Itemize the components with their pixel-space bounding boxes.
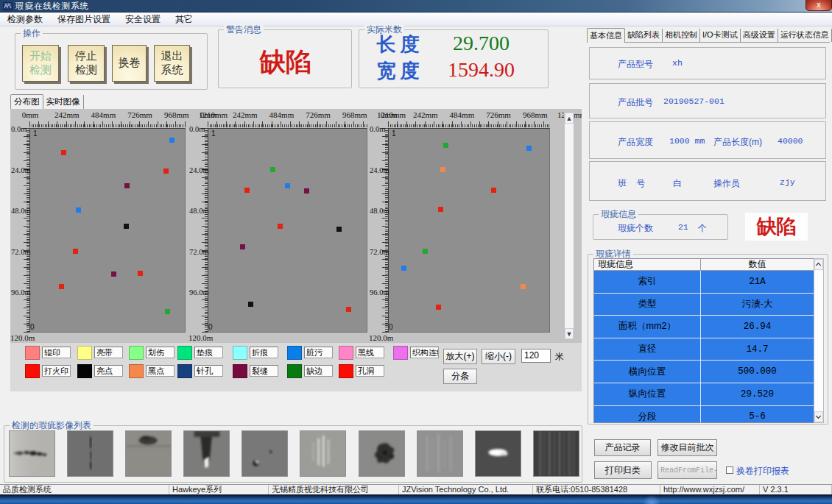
defect-marker[interactable] xyxy=(73,249,78,254)
legend-swatch-折痕 xyxy=(233,346,247,360)
defect-marker[interactable] xyxy=(163,168,169,174)
defect-marker[interactable] xyxy=(401,266,406,271)
defect-marker[interactable] xyxy=(491,188,496,193)
detail-row-2[interactable]: 面积（mm2）26.94 xyxy=(594,316,814,338)
defect-marker[interactable] xyxy=(169,138,174,143)
x-axis-label: 726mm xyxy=(306,110,331,121)
menu-item-0[interactable]: 检测参数 xyxy=(0,13,50,26)
op-button-3[interactable]: 退出 系统 xyxy=(154,45,190,82)
window-title: 瑕疵在线检测系统 xyxy=(15,1,89,12)
plot-tab-1[interactable]: 实时图像 xyxy=(43,95,84,109)
right-tab-0[interactable]: 基本信息 xyxy=(587,28,625,43)
right-tab-5[interactable]: 运行状态信息 xyxy=(778,29,832,42)
menu-item-2[interactable]: 安全设置 xyxy=(118,13,168,26)
defect-thumbnail-0[interactable] xyxy=(9,430,55,477)
defect-marker[interactable] xyxy=(124,183,130,188)
defect-marker[interactable] xyxy=(165,309,170,314)
defect-thumbnail-6[interactable] xyxy=(359,430,405,477)
defect-thumbnail-2[interactable] xyxy=(125,430,172,477)
defect-thumbnail-5[interactable] xyxy=(300,430,346,477)
y-axis-label: 72.0m xyxy=(11,248,31,256)
print-classify-button[interactable]: 打印归类 xyxy=(594,461,652,479)
detail-table-header: 瑕疵信息 数值 xyxy=(594,259,814,271)
legend-swatch-黑点 xyxy=(129,364,144,378)
x-ruler-major-ticks xyxy=(388,121,550,127)
plot-scrollbar[interactable]: ▲ ▼ xyxy=(564,112,574,340)
right-tab-1[interactable]: 缺陷列表 xyxy=(625,29,663,42)
legend-label: 辊印 xyxy=(42,347,71,358)
detail-row-1[interactable]: 类型污渍-大 xyxy=(594,294,814,316)
legend-swatch-亮带 xyxy=(77,346,92,360)
menu-item-1[interactable]: 保存图片设置 xyxy=(50,13,118,26)
zoom-out-button[interactable]: 缩小(-) xyxy=(482,349,515,364)
meter-count-input[interactable]: 120 xyxy=(521,349,551,363)
legend-swatch-垫痕 xyxy=(177,346,192,360)
defect-thumbnail-4[interactable] xyxy=(242,430,288,477)
right-tab-4[interactable]: 高级设置 xyxy=(741,29,778,42)
taskbar-icon-glow xyxy=(642,495,661,504)
close-button[interactable]: x xyxy=(805,0,832,11)
defect-marker[interactable] xyxy=(526,146,532,151)
detail-row-5[interactable]: 纵向位置29.520 xyxy=(594,383,814,406)
product-record-button[interactable]: 产品记录 xyxy=(594,439,651,456)
detail-row-0[interactable]: 索引21A xyxy=(594,271,814,294)
split-button[interactable]: 分条 xyxy=(443,369,477,384)
op-button-0[interactable]: 开始 检测 xyxy=(22,45,59,82)
defect-marker[interactable] xyxy=(76,207,81,213)
scroll-up-icon[interactable] xyxy=(814,259,823,270)
defect-marker[interactable] xyxy=(61,150,66,155)
defect-marker[interactable] xyxy=(244,188,250,193)
y-axis-label: 48.0m xyxy=(11,207,31,215)
plot-scroll-down-icon[interactable]: ▼ xyxy=(565,328,574,339)
plot-tab-0[interactable]: 分布图 xyxy=(10,94,43,109)
defect-marker[interactable] xyxy=(240,244,245,249)
warning-group: 警告消息 缺陷 xyxy=(218,29,352,88)
defect-marker[interactable] xyxy=(304,188,309,194)
defect-marker[interactable] xyxy=(440,167,445,172)
defect-marker[interactable] xyxy=(248,302,253,307)
modify-batch-button[interactable]: 修改目前批次 xyxy=(658,439,717,456)
defect-marker[interactable] xyxy=(423,249,428,254)
defect-marker[interactable] xyxy=(436,305,441,310)
defect-marker[interactable] xyxy=(59,284,64,289)
right-tab-3[interactable]: I/O卡测试 xyxy=(700,29,741,42)
defect-thumbnail-3[interactable] xyxy=(183,430,230,477)
scatter-plot-2[interactable] xyxy=(208,128,367,333)
detail-row-3[interactable]: 直径14.7 xyxy=(594,338,814,361)
defect-thumbnail-1[interactable] xyxy=(67,430,113,477)
op-button-1[interactable]: 停止 检测 xyxy=(68,45,105,82)
x-axis-label: 968mm xyxy=(523,110,548,121)
plot-scroll-up-icon[interactable]: ▲ xyxy=(565,113,574,124)
scroll-down-icon[interactable] xyxy=(814,411,823,422)
menu-item-3[interactable]: 其它 xyxy=(168,13,200,26)
defect-marker[interactable] xyxy=(336,227,342,232)
defect-marker[interactable] xyxy=(278,224,283,229)
scatter-plot-1[interactable] xyxy=(29,128,186,333)
y-axis-label: 0.0m xyxy=(370,125,385,133)
defect-marker[interactable] xyxy=(285,183,290,188)
defect-marker[interactable] xyxy=(346,307,351,312)
right-tab-2[interactable]: 相机控制 xyxy=(663,29,700,42)
read-from-file-button[interactable]: ReadFromFile-SIM xyxy=(658,461,717,479)
scatter-plot-3[interactable] xyxy=(388,128,550,333)
op-button-2[interactable]: 换卷 xyxy=(112,45,147,82)
detail-table-scrollbar[interactable] xyxy=(814,258,824,423)
menu-bar: 检测参数保存图片设置安全设置其它 xyxy=(0,13,832,26)
defect-marker[interactable] xyxy=(111,271,116,277)
plot-tab-strip: 分布图实时图像 xyxy=(10,95,84,109)
defect-marker[interactable] xyxy=(438,207,443,212)
detail-header-value: 数值 xyxy=(701,259,814,270)
product-batch-row: 产品批号 20190527-001 xyxy=(589,83,826,118)
defect-marker[interactable] xyxy=(124,224,129,229)
detail-row-6[interactable]: 分段5-6 xyxy=(594,406,814,423)
defect-marker[interactable] xyxy=(443,143,448,148)
defect-marker[interactable] xyxy=(521,284,526,289)
detail-row-4[interactable]: 横向位置500.000 xyxy=(594,361,814,383)
defect-thumbnail-8[interactable] xyxy=(475,430,521,477)
defect-marker[interactable] xyxy=(270,167,275,172)
defect-thumbnail-9[interactable] xyxy=(533,430,579,477)
defect-thumbnail-7[interactable] xyxy=(417,430,463,477)
zoom-in-button[interactable]: 放大(+) xyxy=(443,349,477,364)
defect-marker[interactable] xyxy=(138,271,143,276)
print-report-checkbox[interactable] xyxy=(726,466,733,474)
